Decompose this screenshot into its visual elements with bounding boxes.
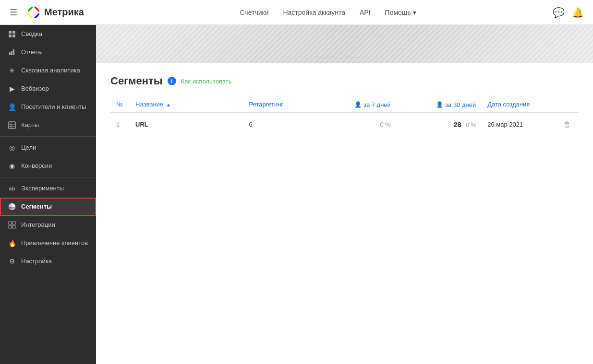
sidebar-item-svodka[interactable]: Сводка	[0, 25, 96, 43]
table-head: № Название ▲ Ретаргетинг 👤 за 7 дней	[110, 97, 579, 112]
info-icon[interactable]: i	[168, 77, 176, 85]
nav-help[interactable]: Помощь ▾	[385, 9, 416, 16]
svg-rect-13	[9, 222, 12, 224]
logo-area: ☰ Метрика	[10, 6, 84, 19]
karty-icon	[8, 121, 16, 129]
td-action: 🗑	[556, 112, 579, 137]
sidebar-label-segmenty: Сегменты	[21, 203, 52, 211]
header-nav: Счетчики Настройка аккаунта API Помощь ▾	[103, 9, 553, 16]
sort-arrow-name: ▲	[166, 102, 171, 107]
td-retarget: 6	[243, 112, 312, 137]
sidebar-item-integracii[interactable]: Интеграции	[0, 216, 96, 234]
svg-rect-1	[9, 31, 12, 34]
content-area: Сегменты i Как использовать № Название ▲…	[96, 63, 593, 364]
sidebar-item-posetiteli[interactable]: 👤 Посетители и клиенты	[0, 98, 96, 116]
td-7d-pct: 0 %	[380, 121, 390, 128]
td-30d: 28 0 %	[397, 112, 482, 137]
vebvizor-icon: ▶	[8, 84, 16, 93]
sidebar-label-karty: Карты	[21, 121, 39, 129]
sidebar-item-tseli[interactable]: ◎ Цели	[0, 139, 96, 157]
sidebar-item-otchety[interactable]: Отчеты	[0, 43, 96, 61]
segmenty-icon	[8, 202, 16, 211]
konversii-icon: ◉	[8, 162, 16, 170]
table-header-row: № Название ▲ Ретаргетинг 👤 за 7 дней	[110, 97, 579, 112]
logo-icon	[27, 6, 40, 19]
sidebar-label-svodka: Сводка	[21, 30, 42, 38]
svg-rect-16	[12, 225, 15, 228]
nav-account[interactable]: Настройка аккаунта	[283, 9, 345, 16]
sidebar: Сводка Отчеты ✳ Сквозная аналитика ▶ Веб…	[0, 25, 96, 364]
sidebar-label-nastroyka: Настройка	[21, 258, 52, 266]
svodka-icon	[8, 30, 16, 38]
layout: Сводка Отчеты ✳ Сквозная аналитика ▶ Веб…	[0, 25, 593, 364]
svg-rect-14	[12, 222, 15, 224]
svg-rect-7	[13, 49, 14, 55]
svg-rect-15	[9, 225, 12, 228]
page-title-row: Сегменты i Как использовать	[110, 75, 579, 87]
hamburger-menu[interactable]: ☰	[10, 7, 17, 18]
table-row: 1 URL 6 0 % 28 0 % 26 мар 2021 🗑	[110, 112, 579, 137]
sidebar-item-nastroyka[interactable]: ⚙ Настройка	[0, 252, 96, 270]
th-num: №	[110, 97, 130, 112]
posetiteli-icon: 👤	[8, 103, 16, 111]
sidebar-label-konversii: Конверсии	[21, 162, 52, 170]
table-body: 1 URL 6 0 % 28 0 % 26 мар 2021 🗑	[110, 112, 579, 137]
sidebar-item-konversii[interactable]: ◉ Конверсии	[0, 157, 96, 175]
person-icon-7d: 👤	[354, 101, 362, 108]
header: ☰ Метрика Счетчики Настройка аккаунта AP…	[0, 0, 593, 25]
sidebar-label-privlechenie: Привлечение клиентов	[21, 239, 88, 247]
td-30d-pct: 0 %	[466, 122, 476, 129]
th-date: Дата создания	[482, 97, 556, 112]
sidebar-label-skvoznaya: Сквозная аналитика	[21, 67, 80, 75]
header-actions: 💬 🔔	[553, 7, 583, 18]
sidebar-item-privlechenie[interactable]: 🔥 Привлечение клиентов	[0, 234, 96, 252]
sidebar-divider-2	[0, 177, 96, 177]
svg-rect-4	[12, 35, 15, 37]
sidebar-item-segmenty[interactable]: Сегменты	[0, 198, 96, 216]
th-retarget: Ретаргетинг	[243, 97, 312, 112]
th-30d: 👤 за 30 дней	[397, 97, 482, 112]
sidebar-label-eksperimenty: Эксперименты	[21, 185, 64, 193]
eksperimenty-icon: ab	[8, 184, 16, 193]
sidebar-label-vebvizor: Вебвизор	[21, 85, 49, 93]
nav-counters[interactable]: Счетчики	[240, 9, 268, 16]
sidebar-item-eksperimenty[interactable]: ab Эксперименты	[0, 179, 96, 198]
page-title: Сегменты	[110, 75, 163, 87]
svg-rect-3	[9, 35, 12, 37]
otchety-icon	[8, 48, 16, 57]
skvoznaya-icon: ✳	[8, 66, 16, 75]
sidebar-label-tseli: Цели	[21, 144, 36, 152]
logo-text: Метрика	[44, 7, 84, 18]
tseli-icon: ◎	[8, 143, 16, 152]
td-30d-count: 28	[453, 120, 461, 129]
td-7d: 0 %	[311, 112, 396, 137]
th-action	[556, 97, 579, 112]
td-num: 1	[110, 112, 130, 137]
sidebar-item-vebvizor[interactable]: ▶ Вебвизор	[0, 80, 96, 98]
privlechenie-icon: 🔥	[8, 239, 16, 247]
sidebar-label-otchety: Отчеты	[21, 48, 43, 57]
main-content: Сегменты i Как использовать № Название ▲…	[96, 25, 593, 364]
svg-rect-8	[9, 122, 15, 129]
delete-button[interactable]: 🗑	[561, 118, 573, 131]
svg-point-0	[27, 6, 40, 19]
svg-rect-5	[9, 52, 11, 55]
sidebar-label-posetiteli: Посетители и клиенты	[21, 103, 86, 111]
svg-rect-6	[11, 51, 12, 55]
bell-icon[interactable]: 🔔	[572, 7, 583, 18]
sidebar-label-integracii: Интеграции	[21, 221, 55, 229]
td-name: URL	[130, 112, 243, 137]
th-name[interactable]: Название ▲	[130, 97, 243, 112]
sidebar-item-skvoznaya[interactable]: ✳ Сквозная аналитика	[0, 61, 96, 80]
banner	[96, 25, 593, 63]
td-date: 26 мар 2021	[482, 112, 556, 137]
th-7d: 👤 за 7 дней	[311, 97, 396, 112]
segments-table: № Название ▲ Ретаргетинг 👤 за 7 дней	[110, 97, 579, 137]
svg-rect-2	[12, 31, 15, 34]
sidebar-item-karty[interactable]: Карты	[0, 116, 96, 134]
chat-icon[interactable]: 💬	[553, 7, 564, 18]
nastroyka-icon: ⚙	[8, 257, 16, 266]
help-link[interactable]: Как использовать	[181, 78, 232, 85]
nav-api[interactable]: API	[360, 9, 371, 16]
person-icon-30d: 👤	[436, 101, 443, 108]
